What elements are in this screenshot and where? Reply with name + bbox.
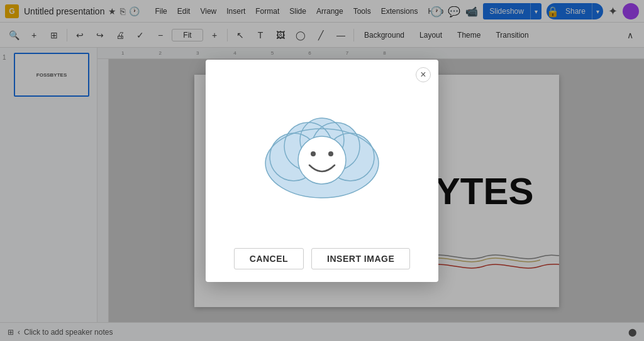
insert-image-button[interactable]: INSERT IMAGE <box>311 248 410 269</box>
close-icon: × <box>420 69 426 80</box>
svg-point-14 <box>298 136 346 184</box>
modal-close-button[interactable]: × <box>416 67 431 82</box>
modal-buttons: CANCEL INSERT IMAGE <box>218 248 426 269</box>
modal-overlay: × <box>0 0 644 341</box>
modal-image-area <box>218 72 426 235</box>
svg-point-16 <box>328 151 333 156</box>
image-insert-modal: × <box>206 60 438 282</box>
cancel-button[interactable]: CANCEL <box>234 248 304 269</box>
svg-point-15 <box>311 151 316 156</box>
cloud-smiley-image <box>253 97 391 210</box>
